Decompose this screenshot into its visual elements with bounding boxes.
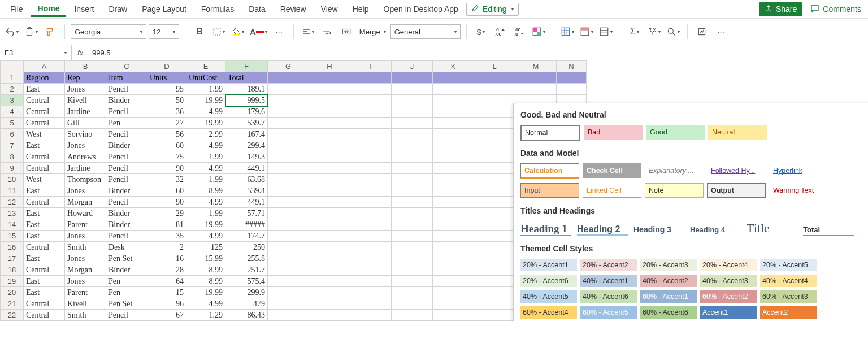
cell[interactable] [350,95,392,106]
themed-style[interactable]: 20% - Accent1 [520,259,577,271]
formula-input[interactable]: 999.5 [89,49,868,57]
row-header[interactable]: 12 [1,197,24,208]
cell[interactable] [350,310,392,321]
row-header[interactable]: 1 [1,72,24,84]
cell[interactable]: 1.99 [186,208,225,219]
col-header[interactable]: I [350,61,392,72]
paste-button[interactable]: ▾ [23,24,40,39]
cell[interactable] [474,242,515,253]
cell[interactable]: Central [24,310,65,321]
cell[interactable]: Pen [106,118,147,129]
cell[interactable] [350,219,392,231]
cell[interactable]: Pen [106,287,147,298]
cell[interactable]: 4.99 [186,106,225,118]
col-header[interactable]: F [225,61,268,72]
themed-style[interactable]: 20% - Accent6 [520,275,577,287]
col-header[interactable]: C [106,61,147,72]
cell[interactable] [474,310,515,321]
cell[interactable]: 63.68 [225,174,268,185]
cell[interactable] [268,151,309,163]
cell[interactable] [309,298,350,310]
font-color-button[interactable]: A▾ [249,24,268,39]
cell[interactable]: Pencil [106,231,147,242]
cell[interactable] [392,106,433,118]
col-header[interactable]: M [515,61,557,72]
cell[interactable]: 57.71 [225,208,268,219]
cell[interactable]: 35 [147,231,186,242]
cell[interactable] [268,185,309,197]
cell[interactable]: 8.99 [186,264,225,276]
cell[interactable] [309,185,350,197]
cell[interactable]: ##### [225,219,268,231]
cell[interactable] [350,298,392,310]
tab-data[interactable]: Data [242,2,272,16]
cell[interactable] [433,219,474,231]
cell[interactable]: Pencil [106,310,147,321]
tab-file[interactable]: File [3,2,30,16]
cell[interactable] [268,72,309,84]
cell[interactable] [433,151,474,163]
style-input[interactable]: Input [520,183,579,198]
cell[interactable] [268,276,309,287]
cell[interactable] [474,106,515,118]
cell[interactable]: Howard [65,208,106,219]
cell[interactable] [309,84,350,95]
cell[interactable] [350,253,392,264]
cell[interactable] [433,95,474,106]
cell[interactable]: 15 [147,287,186,298]
cell[interactable] [392,310,433,321]
wrap-text-button[interactable] [319,24,336,39]
cell[interactable] [474,219,515,231]
col-header[interactable]: L [474,61,515,72]
cell[interactable]: 56 [147,129,186,140]
cell[interactable] [433,84,474,95]
col-header[interactable]: H [309,61,350,72]
cell[interactable] [268,219,309,231]
cell[interactable]: Jones [65,185,106,197]
cell[interactable] [433,118,474,129]
cell[interactable] [350,276,392,287]
row-header[interactable]: 14 [1,219,24,231]
cell[interactable] [474,264,515,276]
cell[interactable]: 19.99 [186,118,225,129]
cell[interactable]: 575.4 [225,276,268,287]
cell[interactable]: Binder [106,185,147,197]
cell[interactable] [309,197,350,208]
decrease-decimal-button[interactable]: .00.0 [511,24,528,39]
cell[interactable]: Central [24,197,65,208]
cell[interactable]: 479 [225,298,268,310]
cell[interactable]: East [24,231,65,242]
cell[interactable] [350,140,392,151]
cell[interactable]: Sorvino [65,129,106,140]
style-warning-text[interactable]: Warning Text [769,183,828,198]
cell[interactable] [309,151,350,163]
more-font-button[interactable]: ⋯ [271,24,288,39]
cell[interactable]: 36 [147,106,186,118]
themed-style[interactable]: 40% - Accent5 [520,290,577,303]
cell[interactable]: 299.9 [225,287,268,298]
cell[interactable] [433,140,474,151]
cell[interactable]: 96 [147,298,186,310]
cell[interactable]: Item [106,72,147,84]
cell[interactable] [433,208,474,219]
cell[interactable] [433,298,474,310]
cell[interactable] [268,310,309,321]
cell[interactable] [350,264,392,276]
name-box[interactable]: F3▾ [0,45,72,60]
cell[interactable] [268,95,309,106]
cell[interactable] [268,208,309,219]
cell[interactable]: Central [24,151,65,163]
cell[interactable] [350,185,392,197]
cell[interactable] [350,106,392,118]
cell[interactable] [268,264,309,276]
cell[interactable]: Central [24,264,65,276]
cell[interactable]: Pen Set [106,298,147,310]
cell[interactable] [309,276,350,287]
cell[interactable]: Total [225,72,268,84]
cell[interactable] [474,118,515,129]
themed-style[interactable]: 40% - Accent2 [640,275,697,287]
cell[interactable] [309,264,350,276]
row-header[interactable]: 10 [1,174,24,185]
cell[interactable] [350,287,392,298]
style-check-cell[interactable]: Check Cell [583,163,641,178]
